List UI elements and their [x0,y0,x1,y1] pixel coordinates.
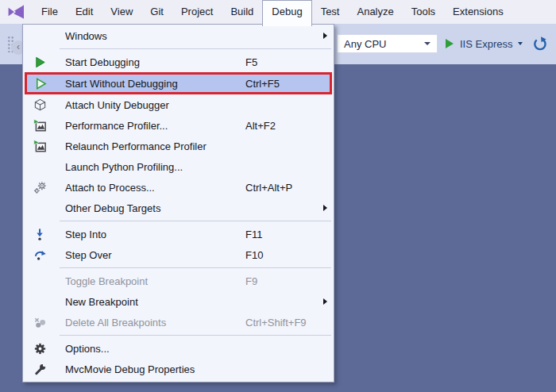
menu-item-shortcut: F9 [245,275,316,287]
menu-separator [23,46,334,52]
menu-item-label: MvcMovie Debug Properties [56,363,245,375]
menu-item-label: Windows [56,30,245,42]
run-target-label: IIS Express [460,38,512,50]
menu-file[interactable]: File [33,0,67,24]
menu-item-relaunch-performance-profiler[interactable]: Relaunch Performance Profiler [23,136,334,156]
menu-separator [23,265,334,271]
refresh-button[interactable] [532,37,547,52]
menu-item-shortcut: F10 [245,249,316,261]
menu-item-shortcut: Ctrl+Shift+F9 [245,317,316,329]
menu-item-start-without-debugging[interactable]: Start Without DebuggingCtrl+F5 [25,72,332,94]
profiler-chart-icon [23,140,56,153]
menu-item-new-breakpoint[interactable]: New Breakpoint [23,291,334,312]
start-debugging-toolbar-button[interactable]: IIS Express [446,34,547,53]
menu-item-label: New Breakpoint [56,296,245,308]
menu-item-windows[interactable]: Windows [23,25,334,46]
solution-platform-value: Any CPU [344,38,386,50]
menu-item-label: Attach Unity Debugger [56,99,245,111]
menu-item-toggle-breakpoint: Toggle BreakpointF9 [23,271,334,291]
step-over-icon [23,248,56,262]
menu-item-label: Step Into [56,229,245,240]
breakpoints-delete-icon [23,316,56,329]
menu-item-attach-unity-debugger[interactable]: Attach Unity Debugger [23,94,334,115]
menu-item-label: Options... [56,343,245,355]
chevron-down-icon [424,42,431,45]
menubar: FileEditViewGitProjectBuildDebugTestAnal… [0,0,556,24]
menu-git[interactable]: Git [141,0,172,24]
menu-separator [23,332,334,338]
menu-item-label: Start Without Debugging [56,78,245,90]
submenu-arrow-icon [316,205,334,211]
profiler-chart-icon [23,119,56,133]
vs-window: FileEditViewGitProjectBuildDebugTestAnal… [0,0,556,392]
menu-separator [23,218,334,224]
gears-icon [23,181,56,194]
menu-item-step-over[interactable]: Step OverF10 [23,244,334,265]
menu-item-step-into[interactable]: Step IntoF11 [23,224,334,244]
menu-item-shortcut: Ctrl+Alt+P [245,182,316,194]
menu-item-label: Relaunch Performance Profiler [56,140,245,152]
menubar-items: FileEditViewGitProjectBuildDebugTestAnal… [33,0,512,24]
solution-platform-select[interactable]: Any CPU [337,34,438,53]
menu-extensions[interactable]: Extensions [444,0,512,24]
menu-build[interactable]: Build [222,0,262,24]
menu-project[interactable]: Project [172,0,222,24]
menu-item-shortcut: Ctrl+F5 [245,78,315,90]
menu-item-shortcut: Alt+F2 [245,120,316,132]
vs-logo [0,0,33,24]
menu-item-label: Launch Python Profiling... [56,161,245,173]
menu-item-label: Start Debugging [56,56,245,68]
menu-debug[interactable]: Debug [262,0,311,26]
menu-view[interactable]: View [102,0,141,24]
debug-menu-dropdown: WindowsStart DebuggingF5Start Without De… [22,24,334,382]
menu-item-mvcmovie-debug-properties[interactable]: MvcMovie Debug Properties [23,359,334,379]
menu-item-label: Performance Profiler... [56,120,245,132]
menu-item-options[interactable]: Options... [23,338,334,359]
menu-item-performance-profiler[interactable]: Performance Profiler...Alt+F2 [23,115,334,136]
menu-item-label: Step Over [56,249,245,261]
menu-test[interactable]: Test [312,0,349,24]
refresh-icon [532,37,547,52]
menu-item-label: Other Debug Targets [56,202,245,214]
menu-item-label: Attach to Process... [56,182,245,194]
menu-item-shortcut: F5 [245,56,316,68]
play-icon [446,39,454,48]
menu-analyze[interactable]: Analyze [348,0,402,24]
menu-item-shortcut: F11 [245,229,316,240]
submenu-arrow-icon [316,298,334,305]
unity-cube-icon [23,98,56,112]
menu-item-attach-to-process[interactable]: Attach to Process...Ctrl+Alt+P [23,177,334,198]
play-solid-icon [23,56,56,69]
submenu-arrow-icon [316,33,334,39]
menu-edit[interactable]: Edit [67,0,102,24]
menu-item-label: Delete All Breakpoints [56,317,245,329]
menu-tools[interactable]: Tools [403,0,444,24]
menu-item-label: Toggle Breakpoint [56,275,245,287]
wrench-icon [23,363,56,376]
visual-studio-logo-icon [6,2,25,21]
menu-item-launch-python-profiling[interactable]: Launch Python Profiling... [23,156,334,177]
gear-icon [23,342,56,355]
step-into-icon [23,228,56,241]
play-outline-icon [25,77,56,90]
debug-menu-list: WindowsStart DebuggingF5Start Without De… [23,25,334,379]
menu-item-other-debug-targets[interactable]: Other Debug Targets [23,198,334,218]
chevron-down-icon[interactable] [518,42,523,45]
menu-item-delete-all-breakpoints: Delete All BreakpointsCtrl+Shift+F9 [23,312,334,332]
menu-item-start-debugging[interactable]: Start DebuggingF5 [23,52,334,72]
